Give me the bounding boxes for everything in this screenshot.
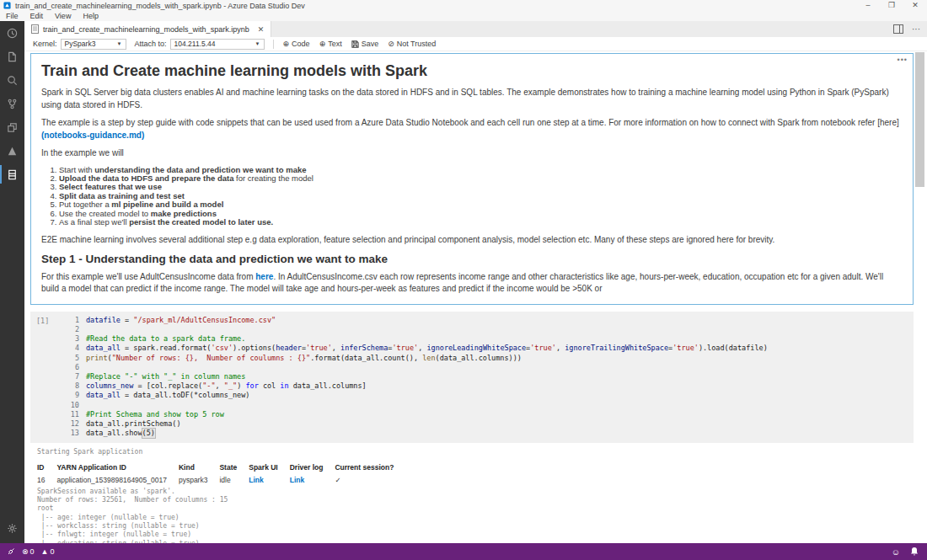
notebooks-icon[interactable] [0,163,24,186]
cell-more-actions-icon[interactable]: ••• [898,56,908,64]
menu-file[interactable]: File [0,11,24,21]
code-line: 9data_all = data_all.toDF(*columns_new) [62,391,914,400]
code-line: 1datafile = "/spark_ml/AdultCensusIncome… [62,316,914,325]
azure-icon[interactable] [0,139,24,163]
menu-view[interactable]: View [49,11,77,21]
step1-heading: Step 1 - Understanding the data and pred… [41,253,903,265]
add-text-cell-button[interactable]: ⊕ Text [319,40,342,48]
feedback-smiley-icon[interactable]: ☺ [892,547,900,557]
code-line: 10 [62,401,914,410]
notebook-tab[interactable]: train_and_create_machinelearning_models_… [24,21,271,37]
list-item: Upload the data to HDFS and prepare the … [59,174,903,183]
column-header: Current session? [335,461,405,474]
split-editor-icon[interactable] [893,24,903,34]
code-line: 3#Read the data to a spark data frame. [62,334,914,344]
attach-to-dropdown[interactable]: 104.211.5.44 ▼ [170,39,265,50]
column-header: Driver log [290,461,335,474]
warning-triangle-icon: ▲ [41,547,49,556]
table-cell: 16 [37,474,56,486]
output-line: |-- workclass: string (nullable = true) [37,522,914,531]
search-icon[interactable] [0,68,24,92]
menu-help[interactable]: Help [77,11,104,21]
code-line: 11#Print Schema and show top 5 row [62,410,914,419]
line-number: 1 [62,316,79,325]
column-header: Spark UI [249,461,290,474]
plus-circle-icon: ⊕ [319,40,326,48]
connection-status[interactable] [7,547,15,556]
code-line: 4data_all = spark.read.format('csv').opt… [62,344,914,353]
status-bar: ⊗ 0 ▲ 0 ☺ [0,543,927,560]
table-row: 16application_1539898164905_0017pyspark3… [37,474,405,486]
code-line: 12data_all.printSchema() [62,419,914,429]
here-link[interactable]: here [255,272,273,281]
line-number: 6 [62,363,79,372]
tab-label: train_and_create_machinelearning_models_… [43,25,249,34]
line-number: 8 [62,381,79,391]
code-line: 5print("Number of rows: {}, Number of co… [62,354,914,363]
code-line: 2 [62,325,914,334]
line-number: 9 [62,391,79,400]
restore-icon[interactable]: ❐ [880,0,903,11]
output-line: |-- age: integer (nullable = true) [37,514,914,522]
history-icon[interactable] [0,21,24,45]
line-number: 13 [62,429,79,438]
cell-output: Starting Spark application IDYARN Applic… [30,443,914,543]
step1-paragraph: For this example we'll use AdultCensusIn… [41,271,903,296]
execution-count: [1] [30,316,62,439]
not-trusted-icon: ⊘ [388,40,394,48]
kernel-value: PySpark3 [65,40,96,48]
save-floppy-icon [351,40,359,48]
extensions-icon[interactable] [0,115,24,139]
text-button-label: Text [328,40,342,48]
code-line: 13data_all.show(5) [62,429,914,438]
kernel-label: Kernel: [33,40,57,48]
steps-list: Start with understanding the data and pr… [59,166,903,227]
explorer-file-icon[interactable] [0,45,24,68]
save-button-label: Save [362,40,379,48]
notifications-bell-icon[interactable] [910,547,919,557]
trust-status-button[interactable]: ⊘ Not Trusted [388,40,436,48]
code-cell[interactable]: [1] 1datafile = "/spark_ml/AdultCensusIn… [30,312,914,444]
editor-tab-bar: train_and_create_machinelearning_models_… [24,21,927,37]
menu-edit[interactable]: Edit [24,11,50,21]
tab-close-icon[interactable]: ✕ [258,25,265,34]
code-line: 6 [62,363,914,372]
save-button[interactable]: Save [351,40,379,48]
notebook-file-icon [31,24,39,34]
chevron-down-icon: ▼ [117,41,122,46]
error-circle-icon: ⊗ [22,547,29,556]
add-code-cell-button[interactable]: ⊕ Code [283,40,310,48]
output-line: SparkSession available as 'spark'. [37,488,914,496]
table-cell: pyspark3 [179,474,220,486]
menu-bar: FileEditViewHelp [0,11,927,21]
notebook-title: Train and Create machine learning models… [41,62,903,80]
column-header: YARN Application ID [56,461,178,474]
attach-to-label: Attach to: [135,40,167,48]
markdown-cell[interactable]: ••• Train and Create machine learning mo… [30,53,914,305]
spark-starting-text: Starting Spark application [37,448,914,456]
notebooks-guidance-link[interactable]: (notebooks-guidance.md) [41,131,144,140]
spark-ui-link[interactable]: Link [249,474,290,486]
table-cell: idle [219,474,249,486]
table-cell: ✓ [335,474,405,486]
settings-gear-icon[interactable] [0,518,24,538]
column-header: Kind [179,461,220,474]
code-editor[interactable]: 1datafile = "/spark_ml/AdultCensusIncome… [62,316,914,439]
example-lead-paragraph: In the example we will [41,147,903,160]
azure-data-studio-window: train_and_create_machinelearning_models_… [0,0,927,560]
error-count[interactable]: ⊗ 0 [22,547,35,556]
driver-log-link[interactable]: Link [290,474,335,486]
warning-count[interactable]: ▲ 0 [41,547,55,556]
close-icon[interactable]: ✕ [903,0,927,11]
column-header: ID [37,461,56,474]
source-control-icon[interactable] [0,92,24,115]
kernel-dropdown[interactable]: PySpark3 ▼ [61,39,126,50]
activity-bar [0,21,24,543]
editor-more-actions-icon[interactable]: ··· [912,24,920,34]
trust-status-label: Not Trusted [397,40,437,48]
vertical-scrollbar[interactable] [915,52,924,187]
list-item: As a final step we'll persist the create… [59,218,903,227]
output-line: root [37,504,914,513]
minimize-icon[interactable]: – [856,0,880,11]
line-number: 11 [62,410,79,419]
